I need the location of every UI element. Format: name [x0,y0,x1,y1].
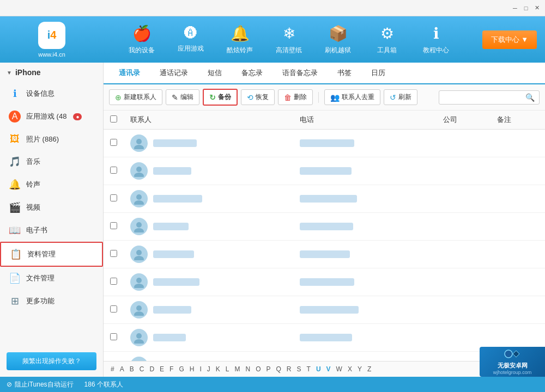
new-contact-button[interactable]: ⊕ 新建联系人 [109,89,162,105]
alpha-C[interactable]: C [138,365,146,373]
itunes-status: ⊘ 阻止iTunes自动运行 [7,380,74,389]
itunes-label: 阻止iTunes自动运行 [15,380,74,389]
main-layout: ▼ iPhone ℹ 设备信息 A 应用游戏 (48 ● 🖼 照片 (886) … [0,63,545,377]
avatar [130,218,148,235]
tab-calendar[interactable]: 日历 [361,63,395,84]
alpha-V[interactable]: V [325,365,332,373]
nav-toolbox[interactable]: ⚙ 工具箱 [362,16,411,63]
logo-area: i4 www.i4.cn [0,22,104,58]
alpha-R[interactable]: R [285,365,293,373]
search-input[interactable] [444,94,525,101]
select-all-checkbox[interactable] [110,115,117,122]
alpha-P[interactable]: P [265,365,272,373]
sidebar-item-apps[interactable]: A 应用游戏 (48 ● [0,105,103,128]
sidebar-item-device-info-label: 设备信息 [26,89,55,99]
table-row[interactable] [104,130,545,157]
clipboard-icon: 📋 [10,248,22,260]
alpha-K[interactable]: K [214,365,222,373]
alpha-X[interactable]: X [346,365,354,373]
tab-voice-notes[interactable]: 语音备忘录 [272,63,328,84]
minimize-button[interactable]: ─ [511,4,519,12]
table-row[interactable] [104,185,545,213]
row-checkbox [104,296,124,324]
download-center-button[interactable]: 下载中心 ▼ [482,30,537,49]
alpha-S[interactable]: S [295,365,303,373]
alpha-#[interactable]: # [109,365,116,373]
tab-notes[interactable]: 备忘录 [232,63,272,84]
alpha-T[interactable]: T [305,365,312,373]
table-row[interactable] [104,296,545,324]
alpha-Q[interactable]: Q [275,365,283,373]
alpha-U[interactable]: U [314,365,323,373]
sidebar-item-ringtones[interactable]: 🔔 铃声 [0,173,103,196]
refresh-button[interactable]: ↺ 刷新 [384,89,417,105]
table-row[interactable] [104,213,545,241]
sidebar-item-music[interactable]: 🎵 音乐 [0,150,103,173]
restore-icon: ⟲ [247,93,253,102]
sidebar-item-ebooks[interactable]: 📖 电子书 [0,219,103,242]
row-company [437,296,491,324]
alpha-B[interactable]: B [128,365,136,373]
alphabet-bar: #ABCDEFGHIJKLMNOPQRSTUVWXYZ [104,361,545,377]
sidebar-item-device-info[interactable]: ℹ 设备信息 [0,82,103,105]
nav-jailbreak[interactable]: 📦 刷机越狱 [313,16,362,63]
row-note [491,213,545,241]
table-row[interactable] [104,241,545,268]
alpha-F[interactable]: F [168,365,175,373]
tab-bookmarks[interactable]: 书签 [328,63,361,84]
row-note [491,157,545,185]
tab-sms[interactable]: 短信 [198,63,232,84]
help-button[interactable]: 频繁出现操作失败？ [7,352,96,370]
row-company [437,157,491,185]
alpha-G[interactable]: G [177,365,185,373]
alpha-N[interactable]: N [244,365,252,373]
row-checkbox [104,268,124,296]
info-icon: ℹ [433,24,439,42]
tab-call-log[interactable]: 通话记录 [150,63,198,84]
alpha-D[interactable]: D [148,365,156,373]
sidebar-item-ebooks-label: 电子书 [26,225,47,235]
svg-point-5 [134,200,144,205]
search-box: 🔍 [439,90,540,105]
close-button[interactable]: ✕ [533,4,541,12]
svg-point-12 [136,305,142,311]
device-name: iPhone [15,68,41,77]
svg-point-20 [505,350,512,358]
nav-tutorials[interactable]: ℹ 教程中心 [411,16,461,63]
table-row[interactable] [104,324,545,352]
tab-contacts[interactable]: 通讯录 [109,63,150,84]
edit-button[interactable]: ✎ 编辑 [166,89,199,105]
alpha-Y[interactable]: Y [356,365,364,373]
sidebar-item-photos[interactable]: 🖼 照片 (886) [0,128,103,150]
alpha-O[interactable]: O [254,365,262,373]
watermark-line1: 无极安卓网 [498,362,528,370]
row-checkbox [104,185,124,213]
row-phone [293,130,437,157]
alpha-L[interactable]: L [224,365,231,373]
nav-ringtones[interactable]: 🔔 酷炫铃声 [215,16,264,63]
alpha-I[interactable]: I [198,365,203,373]
sidebar-item-video[interactable]: 🎬 视频 [0,196,103,219]
nav-jailbreak-label: 刷机越狱 [325,46,351,55]
table-row[interactable] [104,157,545,185]
alpha-Z[interactable]: Z [366,365,373,373]
alpha-W[interactable]: W [335,365,344,373]
nav-apps-games[interactable]: 🅐 应用游戏 [166,16,215,63]
delete-button[interactable]: 🗑 删除 [278,89,313,105]
alpha-J[interactable]: J [205,365,212,373]
backup-button[interactable]: ↻ 备份 [203,89,238,106]
restore-button[interactable]: ⟲ 恢复 [241,89,275,105]
table-row[interactable] [104,352,545,362]
sidebar-item-more[interactable]: ⊞ 更多功能 [0,290,103,313]
alpha-E[interactable]: E [158,365,166,373]
alpha-M[interactable]: M [233,365,241,373]
maximize-button[interactable]: □ [522,4,530,12]
dedup-button[interactable]: 👥 联系人去重 [324,89,380,105]
sidebar-item-file-mgmt[interactable]: 📄 文件管理 [0,267,103,290]
alpha-A[interactable]: A [118,365,126,373]
sidebar-item-data-mgmt[interactable]: 📋 资料管理 [0,242,103,267]
alpha-H[interactable]: H [188,365,196,373]
table-row[interactable] [104,268,545,296]
nav-my-device[interactable]: 🍎 我的设备 [117,16,166,63]
nav-wallpapers[interactable]: ❄ 高清壁纸 [264,16,313,63]
